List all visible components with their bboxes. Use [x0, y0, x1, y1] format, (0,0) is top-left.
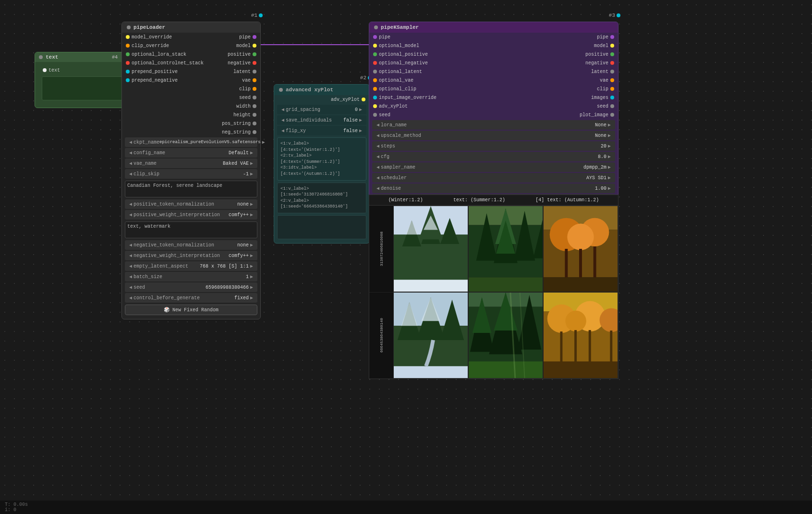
svg-rect-56: [589, 330, 591, 362]
clip-skip-arrow-right[interactable]: ▶: [249, 171, 255, 177]
vae-arrow-left[interactable]: ◀: [128, 160, 133, 166]
status-coord: i: 0: [5, 507, 16, 513]
ksampler-port-image-override: input_image_override images: [369, 93, 618, 102]
widget-scheduler[interactable]: ◀ scheduler AYS SD1 ▶: [372, 173, 615, 183]
ksampler-port-optional-latent: optional_latent latent: [369, 67, 618, 76]
clip-skip-arrow-left[interactable]: ◀: [128, 171, 133, 177]
widget-clip-skip[interactable]: ◀ clip_skip -1 ▶: [125, 169, 257, 179]
ckpt-arrow-right[interactable]: ▶: [261, 139, 267, 145]
pipeloader-node: #1 pipeLoader model_override pipe clip_o…: [121, 22, 261, 319]
img-summer-seed2: [468, 292, 543, 379]
port-seed-out-dot: [253, 96, 256, 99]
ksampler-port-optional-model: optional_model model: [369, 41, 618, 50]
xyplot-id: #2: [360, 75, 366, 81]
svg-point-54: [565, 311, 586, 332]
pipeloader-header: pipeLoader: [122, 22, 260, 33]
port-negative-out-dot: [253, 61, 256, 65]
pipeloader-port-model-override: model_override pipe: [122, 33, 260, 41]
pipeloader-badge: #1: [251, 12, 263, 18]
positive-textarea: Canadian Forest, serene landscape: [125, 181, 257, 197]
svg-rect-27: [565, 249, 568, 277]
ksampler-title: pipeKSampler: [381, 24, 419, 30]
port-prepend-pos-dot: [126, 70, 130, 73]
seed-label-1: 313072406816008: [369, 206, 393, 293]
widget-batch-size[interactable]: ◀ batch_size 1 ▶: [125, 272, 257, 281]
widget-empty-latent-aspect[interactable]: ◀ empty_latent_aspect 768 x 768 [S] 1:1 …: [125, 261, 257, 271]
ksampler-port-optional-positive: optional_positive positive: [369, 50, 618, 59]
port-model-out-dot: [253, 44, 256, 48]
seed-label-2: 666453864380140: [369, 293, 393, 379]
widget-vae-name[interactable]: ◀ vae_name Baked VAE ▶: [125, 159, 257, 168]
port-pipe-out-dot: [253, 35, 256, 39]
widget-control-before-generate[interactable]: ◀ control_before_generate fixed ▶: [125, 293, 257, 303]
pipeloader-title: pipeLoader: [133, 24, 165, 30]
ksampler-badge: #3: [609, 12, 620, 18]
text-node-title: text: [46, 54, 58, 60]
ksampler-port-optional-vae: optional_vae vae: [369, 76, 618, 85]
ksampler-port-seed: seed plot_image: [369, 110, 618, 119]
port-controlnet-dot: [126, 61, 130, 65]
ksampler-header: pipeKSampler: [369, 22, 618, 33]
widget-positive-token-norm[interactable]: ◀ positive_token_normalization none ▶: [125, 199, 257, 209]
xyplot-code-2: <1:v_label> [1:seed='313072406816008'] <…: [277, 183, 366, 213]
text-input-port: [43, 68, 47, 72]
seed-labels-column: 313072406816008 666453864380140: [369, 206, 393, 379]
image-grid-container: 313072406816008 666453864380140: [369, 206, 618, 379]
new-fixed-random-button[interactable]: 🎲 New Fixed Random: [125, 305, 257, 315]
text-node-textarea[interactable]: [42, 76, 123, 100]
config-arrow-left[interactable]: ◀: [128, 150, 133, 156]
widget-negative-weight-interp[interactable]: ◀ negative_weight_interpretation comfy++…: [125, 251, 257, 260]
widget-steps[interactable]: ◀ steps 20 ▶: [372, 141, 615, 151]
svg-rect-28: [594, 246, 596, 277]
config-arrow-right[interactable]: ▶: [249, 150, 255, 156]
vae-arrow-right[interactable]: ▶: [249, 160, 255, 166]
pipeloader-port-clip-override: clip_override model: [122, 41, 260, 50]
xy-flip-xy-widget[interactable]: ◀ flip_xy false ▶: [277, 126, 366, 135]
widget-cfg[interactable]: ◀ cfg 8.0 ▶: [372, 152, 615, 161]
text-node-id: #4: [112, 55, 118, 60]
text-node-body: text: [35, 62, 130, 108]
text-node: text #4 text: [35, 52, 131, 108]
pipeloader-status-dot: [259, 13, 263, 17]
img-winter-seed2: [393, 292, 468, 379]
status-time: T: 0.00s: [5, 502, 28, 507]
xy-save-individuals-widget[interactable]: ◀ save_individuals false ▶: [277, 115, 366, 125]
xy-grid-spacing-widget[interactable]: ◀ grid_spacing 0 ▶: [277, 105, 366, 114]
widget-upscale-method[interactable]: ◀ upscale_method None ▶: [372, 131, 615, 140]
svg-rect-55: [560, 331, 562, 362]
widget-positive-weight-interp[interactable]: ◀ positive_weight_interpretation comfy++…: [125, 210, 257, 220]
widget-seed[interactable]: ◀ seed 659689988380466 ▶: [125, 282, 257, 292]
svg-point-26: [567, 224, 594, 250]
img-summer-seed1: [468, 206, 543, 292]
widget-negative-token-norm[interactable]: ◀ negative_token_normalization none ▶: [125, 240, 257, 250]
xyplot-output-row: adv_xyPlot: [274, 95, 369, 104]
widget-sampler-name[interactable]: ◀ sampler_name dpmpp_2m ▶: [372, 162, 615, 172]
port-height-out-dot: [253, 113, 256, 117]
xyplot-code-3: [277, 215, 366, 239]
svg-rect-29: [579, 249, 582, 277]
negative-textarea: text, watermark: [125, 221, 257, 238]
img-winter-seed1: [393, 206, 468, 292]
ksampler-body: pipe pipe optional_model model optional_…: [369, 33, 618, 207]
text-node-header: text #4: [35, 52, 130, 62]
pipeloader-port-prepend-neg: prepend_negative vae: [122, 76, 260, 85]
pipeloader-port-width-out: width: [122, 102, 260, 110]
widget-lora-name[interactable]: ◀ lora_name None ▶: [372, 120, 615, 130]
svg-rect-57: [610, 330, 612, 362]
svg-rect-40: [469, 361, 543, 378]
svg-rect-14: [469, 277, 543, 292]
widget-ckpt-name[interactable]: ◀ ckpt_name epicrealism_pureEvolutionV5.…: [125, 137, 257, 147]
xyplot-output-dot: [362, 98, 365, 101]
text-node-input-row: text: [39, 66, 126, 74]
pipeloader-dot: [127, 25, 131, 29]
widget-config-name[interactable]: ◀ config_name Default ▶: [125, 148, 257, 158]
ksampler-dot: [374, 25, 378, 29]
xyplot-code-1: <1:v_label> [4:text='(Winter:1.2)'] <2:t…: [277, 137, 366, 181]
pipeloader-port-lora-stack: optional_lora_stack positive: [122, 50, 260, 59]
widget-denoise[interactable]: ◀ denoise 1.00 ▶: [372, 184, 615, 193]
pipeloader-port-pos-string-out: pos_string: [122, 119, 260, 128]
image-grid: [393, 206, 618, 379]
ksampler-port-adv-xyplot: adv_xyPlot seed: [369, 102, 618, 110]
port-vae-out-dot: [253, 78, 256, 82]
ckpt-arrow-left[interactable]: ◀: [128, 139, 133, 145]
